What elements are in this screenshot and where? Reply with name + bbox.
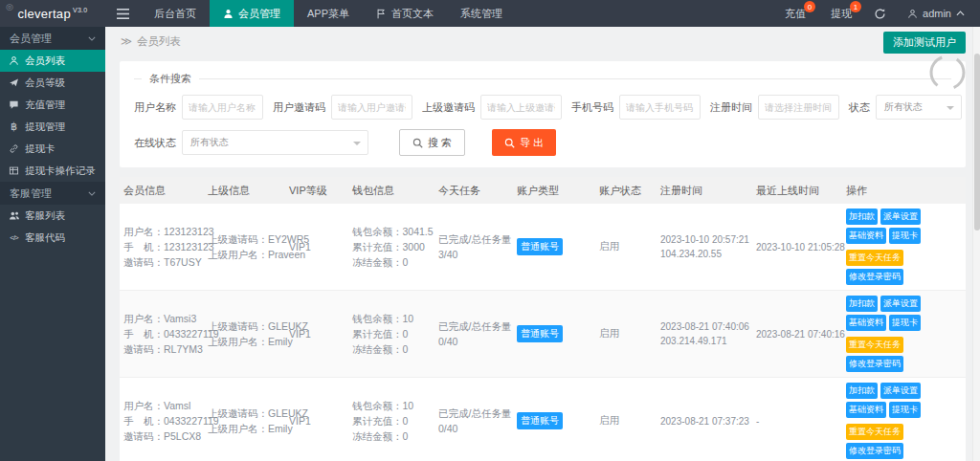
account-status-cell: 启用 (595, 327, 657, 340)
users-icon (8, 210, 20, 221)
withdraw-quick-link[interactable]: 提现 1 (818, 0, 864, 27)
wallet-balance: 3041.5 (403, 226, 434, 237)
dispatch-settings-button[interactable]: 派单设置 (880, 383, 921, 399)
actions-line-1: 加扣款 派单设置 基础资料 提现卡 (846, 209, 962, 244)
table-row: 用户名：Vamsl 手 机：0433227119 邀请码：P5LCX8 上级邀请… (120, 378, 966, 461)
sidebar-item-support-list[interactable]: 客服列表 (0, 205, 105, 227)
scrollbar-thumb[interactable] (974, 54, 980, 230)
reset-task-button[interactable]: 重置今天任务 (846, 424, 903, 440)
account-type-badge: 普通账号 (517, 412, 563, 429)
search-input[interactable] (619, 95, 701, 120)
account-status: 启用 (599, 240, 619, 252)
register-time-cell: 2023-08-21 07:40:06 203.214.49.171 (657, 319, 752, 348)
nav-tab-label: 会员管理 (238, 7, 280, 21)
nav-tab-dashboard[interactable]: 后台首页 (141, 0, 210, 27)
member-invite-code: P5LCX8 (164, 430, 201, 442)
status-select[interactable]: 所有状态 (876, 95, 962, 120)
total-recharge: 0 (403, 328, 409, 340)
basic-profile-button[interactable]: 基础资料 (846, 402, 886, 418)
sidebar-item-withdraw-card[interactable]: 提现卡 (0, 138, 105, 160)
app-logo: clevertap V3.0 (0, 0, 105, 27)
member-invite-code: RL7YM3 (164, 343, 203, 355)
dispatch-settings-button[interactable]: 派单设置 (880, 296, 921, 312)
bitcoin-icon: ฿ (8, 121, 20, 133)
chevron-down-icon (88, 36, 96, 41)
member-info-cell: 用户名：Vamsl 手 机：0433227119 邀请码：P5LCX8 (120, 398, 204, 444)
account-status-cell: 启用 (595, 414, 657, 428)
online-select-group: 在线状态 所有状态 (134, 130, 368, 155)
today-task-cell: 已完成/总任务量 0/40 (434, 318, 513, 349)
nav-tab-label: 后台首页 (154, 7, 196, 21)
add-deduct-button[interactable]: 加扣款 (846, 209, 878, 225)
sidebar-section-members[interactable]: 会员管理 (0, 27, 105, 50)
export-button[interactable]: 导 出 (492, 129, 556, 156)
nav-tab-system[interactable]: 系统管理 (447, 0, 516, 27)
reset-task-button[interactable]: 重置今天任务 (846, 337, 903, 353)
add-test-user-button[interactable]: 添加测试用户 (883, 32, 966, 54)
chevron-down-icon (88, 191, 96, 196)
scrollbar-track[interactable] (972, 27, 980, 461)
search-field-group: 上级邀请码 (422, 95, 562, 120)
total-recharge: 0 (403, 415, 409, 427)
dispatch-settings-button[interactable]: 派单设置 (880, 209, 921, 225)
members-table: 会员信息上级信息VIP等级钱包信息今天任务账户类型账户状态注册时间最近上线时间操… (120, 177, 966, 461)
search-row-2: 在线状态 所有状态 搜 索 导 出 (134, 129, 951, 156)
recharge-badge: 0 (804, 1, 815, 12)
withdraw-card-button[interactable]: 提现卡 (889, 402, 921, 418)
wallet-info-cell: 钱包余额：3041.5 累计充值：3000 冻结金额：0 (348, 224, 434, 270)
task-progress: 3/40 (438, 247, 509, 262)
reset-task-button[interactable]: 重置今天任务 (846, 250, 903, 266)
withdraw-card-button[interactable]: 提现卡 (889, 228, 921, 244)
add-deduct-button[interactable]: 加扣款 (846, 383, 878, 399)
sidebar-item-withdraw-card-log[interactable]: 提现卡操作记录 (0, 160, 105, 182)
account-type-cell: 普通账号 (513, 412, 595, 429)
table-row: 用户名：123123123 手 机：123123123 邀请码：T67USY 上… (120, 204, 966, 291)
nav-tab-label: 系统管理 (460, 7, 502, 21)
field-label: 上级邀请码 (422, 100, 475, 115)
account-status-cell: 启用 (595, 240, 657, 253)
sidebar-item-withdraw-mgmt[interactable]: ฿ 提现管理 (0, 116, 105, 138)
basic-profile-button[interactable]: 基础资料 (846, 228, 886, 244)
nav-tab-app-menu[interactable]: APP菜单 (294, 0, 363, 27)
admin-user-menu[interactable]: admin (896, 0, 980, 27)
sidebar-item-support-code[interactable]: </> 客服代码 (0, 227, 105, 249)
search-button[interactable]: 搜 索 (399, 129, 465, 156)
change-password-button[interactable]: 修改登录密码 (846, 356, 903, 372)
change-password-button[interactable]: 修改登录密码 (846, 443, 903, 459)
recharge-quick-link[interactable]: 充值 0 (772, 0, 818, 27)
search-input[interactable] (331, 95, 412, 120)
sidebar-toggle-button[interactable] (105, 0, 141, 27)
account-type-cell: 普通账号 (513, 325, 595, 342)
last-online-cell: 2023-08-21 07:40:16 (752, 327, 842, 341)
change-password-button[interactable]: 修改登录密码 (846, 269, 903, 285)
search-panel: 条件搜索 用户名称 用户邀请码 (120, 61, 966, 167)
add-deduct-button[interactable]: 加扣款 (846, 296, 878, 312)
sidebar-item-member-level[interactable]: 会员等级 (0, 72, 105, 94)
column-header: 操作 (842, 184, 966, 198)
last-online-time: - (756, 414, 838, 428)
sidebar-item-label: 客服代码 (25, 231, 65, 245)
field-label: 在线状态 (134, 136, 176, 150)
sidebar-section-support[interactable]: 客服管理 (0, 182, 105, 205)
basic-profile-button[interactable]: 基础资料 (846, 315, 886, 331)
nav-tab-home-text[interactable]: 首页文本 (363, 0, 447, 27)
comment-icon (8, 99, 20, 110)
breadcrumb-icon: ≫ (121, 34, 132, 48)
withdraw-card-button[interactable]: 提现卡 (889, 315, 921, 331)
sidebar-item-recharge-mgmt[interactable]: 充值管理 (0, 94, 105, 116)
field-label: 用户邀请码 (273, 100, 325, 115)
nav-tab-members[interactable]: 会员管理 (210, 0, 294, 27)
column-header: 最近上线时间 (752, 184, 842, 198)
frozen-amount: 0 (403, 256, 409, 268)
search-input[interactable] (182, 95, 263, 120)
online-status-select[interactable]: 所有状态 (182, 130, 368, 155)
sidebar-item-member-list[interactable]: 会员列表 (0, 50, 105, 72)
vip-level: VIP1 (289, 241, 311, 252)
search-field-group: 注册时间 (710, 95, 839, 120)
search-icon (412, 138, 423, 148)
search-input[interactable] (480, 95, 562, 120)
field-label: 用户名称 (134, 100, 176, 115)
refresh-button[interactable] (864, 0, 896, 27)
sidebar-item-label: 客服列表 (25, 209, 65, 223)
search-input[interactable] (758, 95, 839, 120)
